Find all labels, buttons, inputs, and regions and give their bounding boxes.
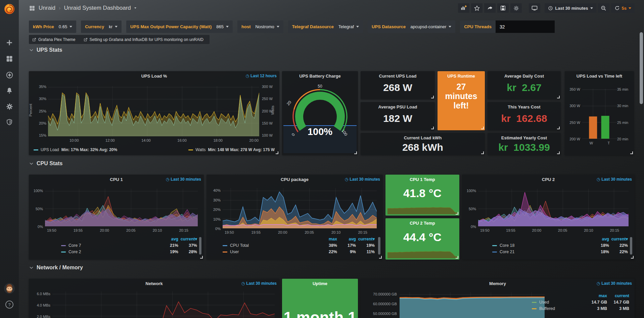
variable-dropdown[interactable]: hostNostromo — [237, 20, 283, 33]
help-menu[interactable]: ? — [0, 300, 19, 309]
cpu1-chart — [45, 189, 198, 226]
legend-sort-header[interactable]: max — [318, 237, 337, 241]
cycle-view-mode-button[interactable] — [529, 3, 540, 13]
y-axis-label-left: Percent — [29, 104, 33, 117]
legend-scrollbar[interactable] — [378, 237, 380, 255]
explore-menu[interactable] — [0, 71, 19, 79]
legend-value: 37% — [178, 243, 197, 248]
legend-swatch — [492, 252, 497, 253]
panel-title[interactable]: Current Load kWh — [374, 135, 471, 140]
tick-label: 35 min — [617, 87, 628, 91]
dashboards-menu[interactable] — [0, 55, 19, 62]
legend-sort-header[interactable]: current▾ — [178, 236, 197, 241]
section-cpu-stats[interactable]: CPU Stats — [30, 161, 62, 167]
panel-title[interactable]: Uptime — [285, 281, 355, 286]
tick-label: 20:00 — [278, 230, 287, 234]
legend-item[interactable]: UPS Load Min: 17% Max: 32% Avg: 20% — [34, 147, 117, 152]
y-axis: 70.000000 GB60.000000 GB50.000000 GB — [363, 292, 397, 316]
svg-text:?: ? — [8, 302, 10, 307]
grafana-logo[interactable] — [0, 2, 19, 16]
legend-item[interactable]: Watts Min: 148 W Max: 278 W Avg: 175 W — [188, 147, 275, 152]
legend-item[interactable]: Used — [532, 300, 585, 305]
share-dashboard-button[interactable] — [484, 3, 496, 13]
star-dashboard-button[interactable] — [471, 3, 482, 13]
legend-sort-header[interactable]: avg — [337, 237, 356, 241]
legend-item[interactable]: CPU Total — [223, 243, 318, 248]
tick-label: 19:55 — [74, 228, 83, 232]
tick-label: 50.000000 GB — [373, 312, 397, 316]
panel-title[interactable]: UPS Load % — [42, 74, 266, 79]
legend-item[interactable]: Core 21 — [492, 249, 590, 254]
panel-title[interactable]: Current UPS Load — [374, 74, 421, 79]
variable-input[interactable] — [496, 20, 555, 33]
ups-bar-chart — [582, 89, 617, 140]
legend-item[interactable]: Buffered — [532, 306, 585, 311]
tick-label: 20:10 — [584, 228, 593, 232]
stat-value: 268 W — [361, 82, 435, 93]
panel-title[interactable]: CPU 2 Temp — [389, 221, 456, 226]
panel-title[interactable]: Average Daily Cost — [501, 74, 547, 79]
section-ups-stats[interactable]: UPS Stats — [30, 47, 62, 53]
legend-sort-header[interactable]: avg — [159, 237, 178, 241]
legend-sort-header[interactable]: current▾ — [609, 236, 628, 241]
variable-dropdown[interactable]: kWh Price0.65 — [29, 20, 76, 33]
breadcrumb-page-title[interactable]: Unraid System Dashboard — [64, 5, 131, 11]
user-avatar[interactable] — [0, 283, 19, 294]
panel-title[interactable]: UPS Runtime — [441, 74, 481, 79]
dashboard-settings-button[interactable] — [510, 3, 522, 13]
legend-item[interactable]: Core 18 — [492, 243, 590, 248]
legend-scrollbar[interactable] — [630, 237, 632, 255]
server-admin-menu[interactable] — [0, 119, 19, 126]
panel-title[interactable]: Network — [42, 281, 266, 286]
add-panel-button[interactable] — [458, 3, 469, 13]
tick-label: 35% — [39, 85, 46, 89]
panel-title[interactable]: UPS Load vs Time left — [567, 74, 632, 79]
variable-dropdown[interactable]: UPS Max Output Power Capacity (Watt)865 — [126, 20, 233, 33]
dashboard-link[interactable]: Setting up Grafana and InfluxDB for UPS … — [84, 37, 204, 42]
variable-label: UPS Max Output Power Capacity (Watt) — [130, 24, 212, 29]
legend-sort-header[interactable]: max — [585, 293, 607, 298]
tick-label: 70.000000 GB — [373, 292, 397, 296]
section-network-memory[interactable]: Network / Memory — [30, 265, 83, 271]
gear-icon — [6, 103, 13, 110]
panel-title[interactable]: Estimated Yearly Cost — [501, 135, 547, 140]
variable-dropdown[interactable]: Currencykr — [81, 20, 122, 33]
legend-scrollbar[interactable] — [199, 237, 201, 255]
panel-title[interactable]: CPU 1 Temp — [389, 177, 456, 182]
variable-dropdown[interactable]: Telegraf DatasourceTelegraf — [288, 20, 363, 33]
legend-swatch — [223, 245, 227, 246]
breadcrumb-caret-icon[interactable] — [134, 7, 136, 9]
legend-item[interactable]: Core 7 — [61, 243, 159, 248]
variable-dropdown[interactable]: UPS Datasourceapcupsd-container — [368, 20, 455, 33]
tick-label: 20% — [213, 208, 221, 212]
panel-title[interactable]: Memory — [374, 281, 621, 286]
time-range-picker[interactable]: Last 30 minutes — [545, 3, 596, 13]
tick-label: 50% — [469, 207, 476, 211]
dropdown-caret-icon — [70, 26, 72, 28]
tick-label: 20:10 — [153, 228, 162, 232]
refresh-picker[interactable]: 5s — [611, 3, 635, 13]
create-menu[interactable] — [0, 39, 19, 46]
tick-label: 10:00 — [70, 138, 79, 142]
legend-item[interactable]: Core 2 — [61, 249, 159, 254]
dashboard-link[interactable]: Grafana Plex Theme — [32, 37, 76, 42]
legend-sort-header[interactable]: current▾ — [356, 236, 375, 241]
breadcrumb-app[interactable]: Unraid — [39, 5, 55, 11]
panel-title[interactable]: This Years Cost — [501, 104, 547, 109]
chart-legend: UPS Load Min: 17% Max: 32% Avg: 20% Watt… — [34, 147, 275, 152]
tick-label: 15% — [39, 133, 46, 137]
legend-sort-header[interactable]: avg — [590, 237, 609, 241]
legend-sort-header[interactable]: current — [607, 293, 629, 298]
alerting-menu[interactable] — [0, 87, 19, 94]
panel-title[interactable]: Average PSU Load — [374, 104, 421, 109]
save-dashboard-button[interactable] — [497, 3, 509, 13]
variable-dropdown[interactable]: CPU Threads — [460, 20, 496, 33]
panel-title[interactable]: UPS Battery Charge — [295, 74, 344, 79]
configuration-menu[interactable] — [0, 103, 19, 110]
zoom-out-button[interactable] — [598, 3, 609, 13]
legend-swatch — [34, 149, 38, 150]
page-scrollbar-thumb[interactable] — [640, 32, 643, 104]
legend-value: 11% — [356, 249, 375, 254]
tick-label: 2.0 MBs — [37, 315, 50, 318]
legend-item[interactable]: User — [223, 249, 318, 254]
